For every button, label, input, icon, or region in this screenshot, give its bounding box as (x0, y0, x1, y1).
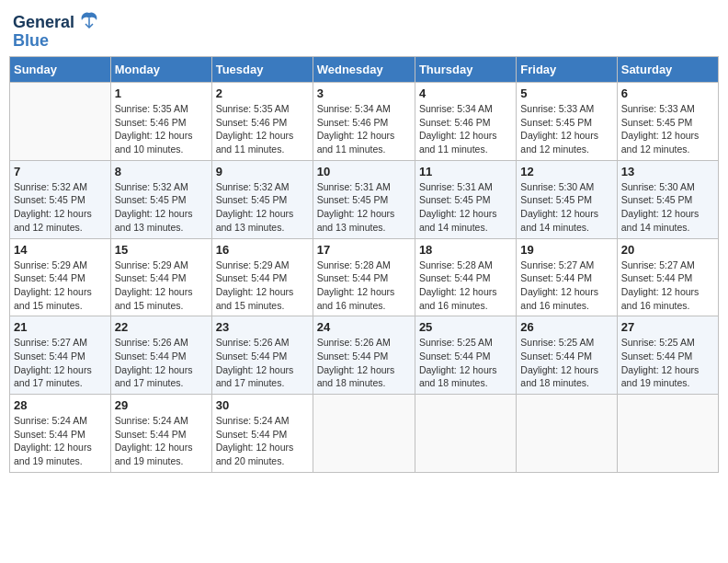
calendar-cell (517, 395, 617, 473)
day-number: 12 (520, 165, 612, 178)
day-number: 1 (115, 86, 208, 100)
calendar-cell: 20Sunrise: 5:27 AM Sunset: 5:44 PM Dayli… (617, 238, 718, 316)
day-number: 16 (216, 243, 309, 257)
calendar-cell: 5Sunrise: 5:33 AM Sunset: 5:45 PM Daylig… (517, 83, 617, 161)
calendar-cell: 17Sunrise: 5:28 AM Sunset: 5:44 PM Dayli… (313, 238, 415, 316)
calendar-cell: 24Sunrise: 5:26 AM Sunset: 5:44 PM Dayli… (313, 316, 415, 395)
day-number: 11 (419, 165, 512, 178)
calendar-cell: 1Sunrise: 5:35 AM Sunset: 5:46 PM Daylig… (110, 83, 211, 161)
day-number: 17 (317, 243, 411, 257)
calendar-cell: 14Sunrise: 5:29 AM Sunset: 5:44 PM Dayli… (10, 238, 111, 316)
calendar-cell (617, 395, 718, 473)
logo-text: General (13, 13, 74, 32)
day-info: Sunrise: 5:34 AM Sunset: 5:46 PM Dayligh… (317, 102, 411, 156)
day-info: Sunrise: 5:25 AM Sunset: 5:44 PM Dayligh… (520, 336, 612, 390)
day-info: Sunrise: 5:35 AM Sunset: 5:46 PM Dayligh… (115, 102, 208, 156)
day-number: 23 (216, 320, 309, 334)
day-info: Sunrise: 5:26 AM Sunset: 5:44 PM Dayligh… (317, 336, 411, 390)
calendar-cell (10, 83, 111, 161)
calendar-header-row: SundayMondayTuesdayWednesdayThursdayFrid… (10, 57, 719, 83)
day-number: 3 (317, 86, 411, 100)
day-number: 18 (419, 243, 512, 257)
calendar-cell: 11Sunrise: 5:31 AM Sunset: 5:45 PM Dayli… (415, 160, 516, 238)
day-header-monday: Monday (110, 57, 211, 83)
day-info: Sunrise: 5:32 AM Sunset: 5:45 PM Dayligh… (216, 180, 309, 235)
day-number: 2 (216, 86, 309, 100)
day-info: Sunrise: 5:32 AM Sunset: 5:45 PM Dayligh… (115, 180, 208, 235)
logo: General Blue (13, 9, 102, 51)
calendar-cell: 30Sunrise: 5:24 AM Sunset: 5:44 PM Dayli… (211, 395, 313, 473)
day-info: Sunrise: 5:29 AM Sunset: 5:44 PM Dayligh… (216, 259, 309, 313)
calendar-cell: 21Sunrise: 5:27 AM Sunset: 5:44 PM Dayli… (10, 316, 111, 395)
calendar-cell: 7Sunrise: 5:32 AM Sunset: 5:45 PM Daylig… (10, 160, 111, 238)
day-number: 10 (317, 165, 411, 178)
calendar-week-2: 7Sunrise: 5:32 AM Sunset: 5:45 PM Daylig… (10, 160, 719, 238)
day-number: 4 (419, 86, 512, 100)
day-info: Sunrise: 5:25 AM Sunset: 5:44 PM Dayligh… (419, 336, 512, 390)
calendar-table: SundayMondayTuesdayWednesdayThursdayFrid… (9, 56, 719, 473)
day-number: 29 (115, 398, 208, 412)
calendar-cell: 2Sunrise: 5:35 AM Sunset: 5:46 PM Daylig… (211, 83, 313, 161)
day-number: 28 (14, 398, 107, 412)
day-number: 8 (115, 165, 208, 178)
day-info: Sunrise: 5:26 AM Sunset: 5:44 PM Dayligh… (216, 336, 309, 390)
day-number: 27 (621, 320, 714, 334)
day-info: Sunrise: 5:25 AM Sunset: 5:44 PM Dayligh… (621, 336, 714, 390)
day-info: Sunrise: 5:35 AM Sunset: 5:46 PM Dayligh… (216, 102, 309, 156)
calendar-cell: 6Sunrise: 5:33 AM Sunset: 5:45 PM Daylig… (617, 83, 718, 161)
day-number: 13 (621, 165, 714, 178)
day-info: Sunrise: 5:24 AM Sunset: 5:44 PM Dayligh… (115, 414, 208, 468)
calendar-cell: 3Sunrise: 5:34 AM Sunset: 5:46 PM Daylig… (313, 83, 415, 161)
day-info: Sunrise: 5:26 AM Sunset: 5:44 PM Dayligh… (115, 336, 208, 390)
day-info: Sunrise: 5:30 AM Sunset: 5:45 PM Dayligh… (520, 180, 612, 235)
day-number: 7 (14, 165, 107, 178)
day-header-friday: Friday (517, 57, 617, 83)
day-number: 20 (621, 243, 714, 257)
day-number: 14 (14, 243, 107, 257)
day-number: 9 (216, 165, 309, 178)
day-info: Sunrise: 5:32 AM Sunset: 5:45 PM Dayligh… (14, 180, 107, 235)
day-info: Sunrise: 5:33 AM Sunset: 5:45 PM Dayligh… (621, 102, 714, 156)
calendar-cell: 19Sunrise: 5:27 AM Sunset: 5:44 PM Dayli… (517, 238, 617, 316)
calendar-week-1: 1Sunrise: 5:35 AM Sunset: 5:46 PM Daylig… (10, 83, 719, 161)
calendar-week-4: 21Sunrise: 5:27 AM Sunset: 5:44 PM Dayli… (10, 316, 719, 395)
day-number: 30 (216, 398, 309, 412)
day-header-thursday: Thursday (415, 57, 516, 83)
day-header-wednesday: Wednesday (313, 57, 415, 83)
calendar-cell: 8Sunrise: 5:32 AM Sunset: 5:45 PM Daylig… (110, 160, 211, 238)
logo-bird-icon (76, 9, 102, 35)
day-info: Sunrise: 5:28 AM Sunset: 5:44 PM Dayligh… (317, 259, 411, 313)
day-number: 6 (621, 86, 714, 100)
calendar-cell: 29Sunrise: 5:24 AM Sunset: 5:44 PM Dayli… (110, 395, 211, 473)
day-info: Sunrise: 5:24 AM Sunset: 5:44 PM Dayligh… (14, 414, 107, 468)
day-number: 22 (115, 320, 208, 334)
day-info: Sunrise: 5:29 AM Sunset: 5:44 PM Dayligh… (14, 259, 107, 313)
day-number: 15 (115, 243, 208, 257)
day-info: Sunrise: 5:27 AM Sunset: 5:44 PM Dayligh… (621, 259, 714, 313)
day-header-saturday: Saturday (617, 57, 718, 83)
day-header-tuesday: Tuesday (211, 57, 313, 83)
calendar-cell: 16Sunrise: 5:29 AM Sunset: 5:44 PM Dayli… (211, 238, 313, 316)
day-info: Sunrise: 5:24 AM Sunset: 5:44 PM Dayligh… (216, 414, 309, 468)
day-info: Sunrise: 5:31 AM Sunset: 5:45 PM Dayligh… (317, 180, 411, 235)
calendar-cell: 12Sunrise: 5:30 AM Sunset: 5:45 PM Dayli… (517, 160, 617, 238)
day-number: 24 (317, 320, 411, 334)
calendar-cell: 9Sunrise: 5:32 AM Sunset: 5:45 PM Daylig… (211, 160, 313, 238)
calendar-cell: 15Sunrise: 5:29 AM Sunset: 5:44 PM Dayli… (110, 238, 211, 316)
page-header: General Blue (9, 9, 719, 51)
calendar-cell: 4Sunrise: 5:34 AM Sunset: 5:46 PM Daylig… (415, 83, 516, 161)
calendar-cell: 10Sunrise: 5:31 AM Sunset: 5:45 PM Dayli… (313, 160, 415, 238)
day-info: Sunrise: 5:30 AM Sunset: 5:45 PM Dayligh… (621, 180, 714, 235)
calendar-cell: 26Sunrise: 5:25 AM Sunset: 5:44 PM Dayli… (517, 316, 617, 395)
calendar-week-3: 14Sunrise: 5:29 AM Sunset: 5:44 PM Dayli… (10, 238, 719, 316)
calendar-cell: 23Sunrise: 5:26 AM Sunset: 5:44 PM Dayli… (211, 316, 313, 395)
day-info: Sunrise: 5:34 AM Sunset: 5:46 PM Dayligh… (419, 102, 512, 156)
calendar-cell (415, 395, 516, 473)
calendar-cell: 25Sunrise: 5:25 AM Sunset: 5:44 PM Dayli… (415, 316, 516, 395)
day-info: Sunrise: 5:33 AM Sunset: 5:45 PM Dayligh… (520, 102, 612, 156)
day-number: 25 (419, 320, 512, 334)
calendar-cell (313, 395, 415, 473)
calendar-cell: 28Sunrise: 5:24 AM Sunset: 5:44 PM Dayli… (10, 395, 111, 473)
day-info: Sunrise: 5:27 AM Sunset: 5:44 PM Dayligh… (520, 259, 612, 313)
day-header-sunday: Sunday (10, 57, 111, 83)
